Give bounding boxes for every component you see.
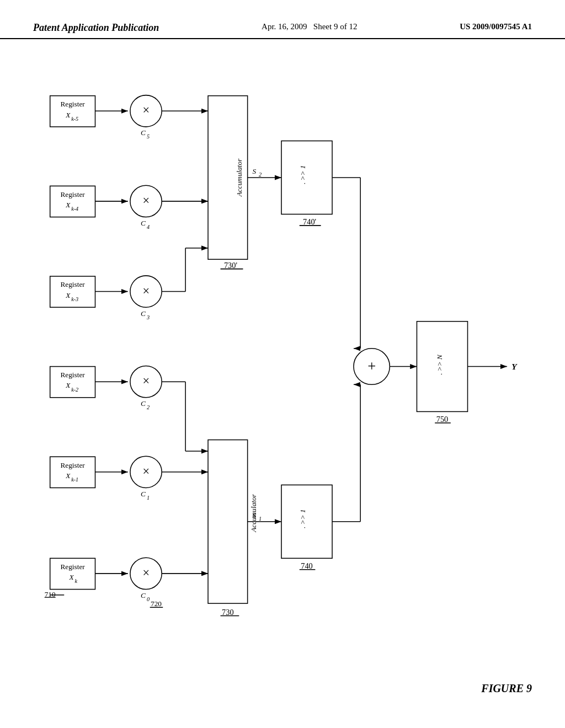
svg-text:X: X (65, 472, 71, 480)
svg-text:Register: Register (60, 563, 85, 571)
svg-text:Register: Register (60, 280, 85, 288)
svg-text:Register: Register (60, 190, 85, 199)
svg-text:k-1: k-1 (71, 477, 78, 483)
svg-text:S: S (253, 511, 257, 520)
svg-text:. >> 1: . >> 1 (299, 509, 307, 528)
svg-text:+: + (367, 358, 376, 374)
svg-text:C: C (141, 490, 146, 498)
svg-text:×: × (142, 374, 150, 388)
svg-text:×: × (142, 103, 150, 117)
svg-text:C: C (141, 309, 146, 318)
svg-text:2: 2 (259, 172, 262, 178)
svg-text:X: X (65, 291, 71, 299)
svg-text:0: 0 (147, 596, 150, 602)
svg-text:1: 1 (147, 495, 150, 501)
header-center: Apr. 16, 2009 Sheet 9 of 12 (262, 22, 357, 31)
diagram-area: text { font-family: 'Times New Roman', T… (33, 61, 530, 695)
svg-text:X: X (65, 201, 71, 209)
svg-text:1: 1 (259, 516, 262, 522)
svg-text:C: C (141, 591, 146, 599)
svg-text:720: 720 (151, 599, 162, 608)
svg-text:. >> 1: . >> 1 (299, 165, 307, 185)
svg-text:k-2: k-2 (71, 387, 78, 393)
svg-text:×: × (142, 566, 150, 580)
svg-text:C: C (141, 219, 146, 227)
accumulator-730 (208, 440, 248, 604)
header: Patent Application Publication Apr. 16, … (0, 0, 565, 39)
svg-text:4: 4 (147, 224, 150, 230)
svg-text:×: × (142, 464, 150, 478)
svg-text:Register: Register (60, 100, 85, 108)
svg-text:×: × (142, 284, 150, 298)
svg-text:k-4: k-4 (71, 206, 78, 212)
svg-text:. >> N: . >> N (435, 354, 444, 375)
svg-text:2: 2 (147, 404, 150, 410)
date-sheet: Apr. 16, 2009 Sheet 9 of 12 (262, 22, 357, 31)
circuit-diagram: text { font-family: 'Times New Roman', T… (33, 61, 530, 695)
figure-label: FIGURE 9 (481, 682, 532, 695)
svg-text:X: X (65, 381, 71, 389)
svg-text:3: 3 (146, 314, 150, 320)
shifter-740 (281, 485, 332, 558)
svg-text:C: C (141, 129, 146, 137)
svg-text:X: X (65, 111, 71, 119)
shifter-740p (281, 141, 332, 214)
svg-text:740: 740 (301, 561, 312, 570)
patent-application-label: Patent Application Publication (33, 22, 159, 34)
patent-number: US 2009/0097545 A1 (460, 22, 532, 31)
svg-text:740': 740' (303, 217, 316, 226)
svg-text:k-3: k-3 (71, 296, 78, 302)
svg-text:5: 5 (147, 133, 150, 140)
svg-text:X: X (68, 573, 74, 581)
svg-text:S: S (253, 167, 257, 175)
svg-text:710: 710 (45, 590, 56, 598)
svg-text:k-5: k-5 (71, 116, 78, 122)
svg-text:×: × (142, 194, 150, 207)
svg-text:730: 730 (222, 608, 233, 617)
svg-text:C: C (141, 399, 146, 408)
svg-text:730': 730' (224, 261, 237, 270)
svg-text:Register: Register (60, 461, 85, 469)
svg-text:k: k (74, 578, 77, 584)
svg-text:Accumulator: Accumulator (235, 158, 243, 197)
svg-text:750: 750 (436, 415, 448, 424)
page: Patent Application Publication Apr. 16, … (0, 0, 565, 728)
svg-text:Y: Y (511, 362, 518, 371)
svg-text:Register: Register (60, 371, 85, 379)
